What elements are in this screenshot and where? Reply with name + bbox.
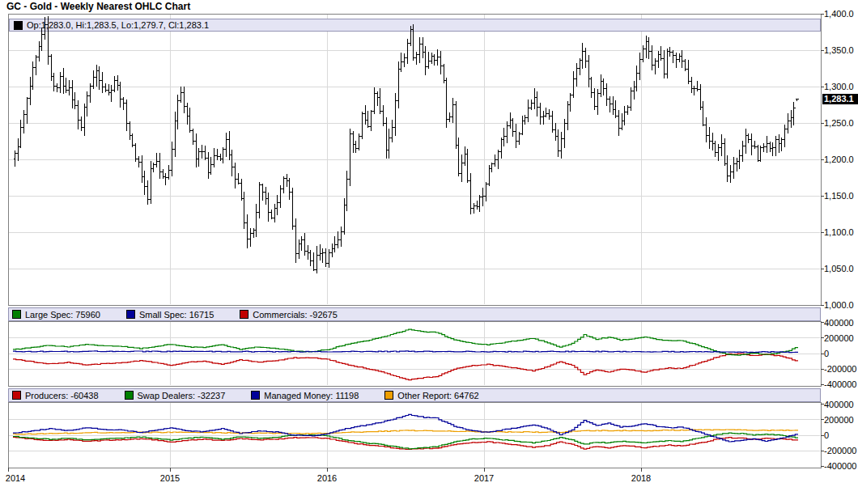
y-axis-tick-label: -200000 (824, 446, 856, 455)
y-axis-tick-label: 1,000.0 (824, 300, 854, 310)
legend-label: Managed Money: 11198 (264, 391, 359, 400)
y-axis-tick-label: -400000 (824, 379, 856, 389)
legend-label: Commercials: -92675 (253, 310, 338, 320)
y-axis-tick-label: 1,300.0 (824, 82, 854, 91)
legend-label: Large Spec: 75960 (25, 310, 100, 320)
y-axis-tick-label: 400000 (824, 400, 854, 409)
legend-swatch-icon (12, 310, 21, 319)
legend-label: Op:1,283.0, Hi:1,283.5, Lo:1,279.7, Cl:1… (27, 20, 209, 30)
last-price-badge: 1,283.1 (822, 94, 858, 104)
x-axis-tick-label: 2018 (631, 473, 651, 483)
legend-label: Small Spec: 16715 (139, 310, 214, 320)
legend-swatch-icon (240, 310, 248, 319)
legend-swatch-icon (126, 310, 135, 319)
legend-item: Swap Dealers: -32237 (125, 391, 226, 400)
y-axis-tick-label: -400000 (824, 461, 856, 471)
legend-label: Other Report: 64762 (397, 391, 478, 400)
y-axis-tick-label: 200000 (824, 415, 854, 425)
y-axis-tick-label: 1,050.0 (824, 264, 854, 273)
legend-item: Managed Money: 11198 (251, 391, 359, 400)
cot-legacy-legend: Large Spec: 75960Small Spec: 16715Commer… (8, 307, 821, 321)
y-axis-tick-label: -200000 (824, 364, 856, 374)
y-axis-tick-label: 0 (824, 349, 829, 358)
legend-item: Op:1,283.0, Hi:1,283.5, Lo:1,279.7, Cl:1… (14, 20, 209, 30)
x-axis-tick-label: 2016 (317, 473, 337, 483)
x-axis-tick-label: 2014 (6, 473, 25, 483)
legend-swatch-icon (384, 391, 393, 400)
x-axis-tick-label: 2017 (474, 473, 494, 483)
y-axis-tick-label: 400000 (824, 318, 854, 328)
x-axis-tick-label: 2015 (160, 473, 180, 483)
legend-item: Other Report: 64762 (384, 391, 478, 400)
y-axis-tick-label: 0 (824, 430, 829, 440)
legend-item: Large Spec: 75960 (12, 310, 100, 320)
legend-swatch-icon (14, 21, 23, 30)
cot-disaggregated-legend: Producers: -60438Swap Dealers: -32237Man… (8, 388, 821, 402)
chart-page: GC - Gold - Weekly Nearest OHLC Chart Op… (0, 0, 858, 504)
legend-swatch-icon (251, 391, 260, 400)
legend-label: Producers: -60438 (25, 391, 99, 400)
y-axis-tick-label: 1,200.0 (824, 155, 854, 164)
y-axis-tick-label: 1,100.0 (824, 227, 854, 237)
legend-swatch-icon (125, 391, 134, 400)
legend-item: Producers: -60438 (12, 391, 99, 400)
y-axis-tick-label: 1,250.0 (824, 118, 854, 128)
chart-canvas (0, 0, 858, 504)
y-axis-tick-label: 1,150.0 (824, 191, 854, 201)
y-axis-tick-label: 200000 (824, 333, 854, 343)
ohlc-legend: Op:1,283.0, Hi:1,283.5, Lo:1,279.7, Cl:1… (11, 19, 235, 31)
legend-label: Swap Dealers: -32237 (138, 391, 226, 400)
legend-item: Commercials: -92675 (240, 310, 338, 320)
y-axis-tick-label: 1,350.0 (824, 45, 854, 55)
legend-item: Small Spec: 16715 (126, 310, 214, 320)
y-axis-tick-label: 1,400.0 (824, 9, 854, 19)
legend-swatch-icon (12, 391, 21, 400)
